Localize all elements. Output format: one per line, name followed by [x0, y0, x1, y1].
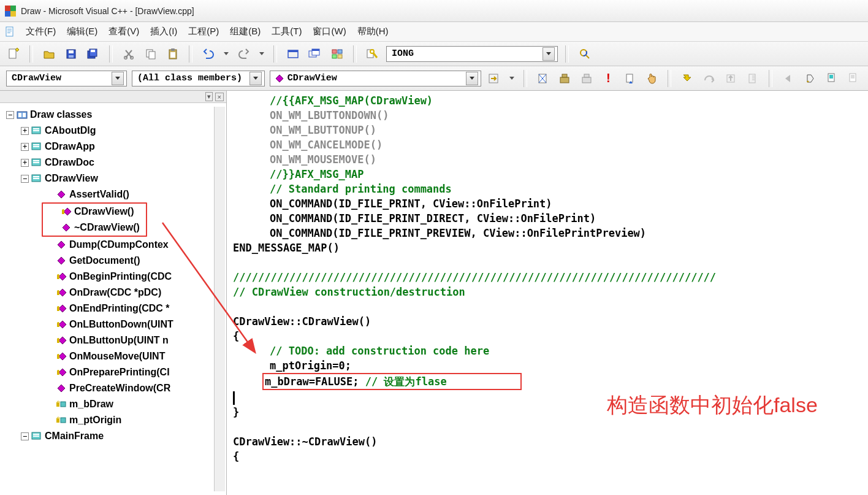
- method-icon: [56, 383, 67, 393]
- collapse-icon[interactable]: −: [21, 432, 29, 440]
- collapse-icon[interactable]: −: [21, 175, 29, 183]
- class-tree[interactable]: − Draw classes + CAboutDlg + CDrawApp + …: [0, 103, 226, 495]
- step-into-button[interactable]: [679, 70, 696, 87]
- run-to-cursor-button[interactable]: [744, 70, 761, 87]
- function-combo[interactable]: CDrawView: [270, 71, 481, 86]
- menubar: 文件(F) 编辑(E) 查看(V) 插入(I) 工程(P) 组建(B) 工具(T…: [0, 22, 868, 42]
- menu-file[interactable]: 文件(F): [21, 23, 61, 40]
- tree-class-caboutdlg[interactable]: + CAboutDlg: [2, 123, 214, 139]
- expand-icon[interactable]: +: [21, 127, 29, 135]
- tree-member-ctor[interactable]: CDrawView(): [47, 204, 143, 220]
- redo-dropdown[interactable]: [257, 45, 266, 63]
- redo-button[interactable]: [235, 45, 253, 63]
- search-button[interactable]: [576, 45, 593, 63]
- classview-panel: ▾ × − Draw classes + CAboutDlg + CDrawAp…: [0, 91, 227, 495]
- stop-build-button[interactable]: [578, 70, 595, 87]
- svg-rect-79: [61, 402, 66, 407]
- build-button[interactable]: [556, 70, 573, 87]
- tree-class-cdrawview[interactable]: − CDrawView: [2, 171, 214, 186]
- menu-window[interactable]: 窗口(W): [308, 23, 351, 40]
- tree-member[interactable]: OnPreparePrinting(CI: [2, 364, 214, 380]
- execute-button[interactable]: !: [600, 70, 617, 87]
- method-icon: [61, 223, 72, 232]
- tree-member[interactable]: OnBeginPrinting(CDC: [2, 269, 214, 285]
- menu-tools[interactable]: 工具(T): [267, 23, 306, 40]
- members-combo[interactable]: (All class members): [132, 71, 265, 86]
- compile-button[interactable]: [535, 70, 552, 87]
- paste-button[interactable]: [164, 45, 181, 63]
- open-button[interactable]: [40, 45, 58, 63]
- tree-class-cmainframe[interactable]: − CMainFrame: [2, 428, 214, 444]
- code-editor[interactable]: //{{AFX_MSG_MAP(CDrawView) ON_WM_LBUTTON…: [227, 91, 868, 495]
- nav-fwd-button[interactable]: [801, 70, 818, 87]
- tree-scrollbar[interactable]: [214, 107, 225, 491]
- svg-rect-39: [582, 77, 591, 83]
- chevron-down-icon[interactable]: [542, 47, 555, 61]
- copy-button[interactable]: [142, 45, 159, 63]
- tree-class-cdrawapp[interactable]: + CDrawApp: [2, 139, 214, 155]
- code-line: // CDrawView construction/destruction: [233, 285, 868, 299]
- tree-member[interactable]: OnEndPrinting(CDC *: [2, 301, 214, 317]
- undo-button[interactable]: [200, 45, 217, 63]
- tile-button[interactable]: [329, 45, 346, 63]
- window-list-button[interactable]: [306, 45, 324, 63]
- tree-member[interactable]: OnLButtonDown(UINT: [2, 317, 214, 332]
- bookmark-toggle-button[interactable]: [823, 70, 840, 87]
- chevron-down-icon[interactable]: [112, 72, 124, 85]
- code-line: CDrawView::CDrawView(): [233, 314, 868, 329]
- class-combo[interactable]: CDrawView: [6, 71, 127, 86]
- step-out-button[interactable]: [723, 70, 740, 87]
- breakpoint-hand-icon[interactable]: [644, 70, 661, 87]
- tree-member[interactable]: OnMouseMove(UINT: [2, 348, 214, 364]
- chevron-down-icon[interactable]: [249, 72, 262, 85]
- new-text-file-button[interactable]: [5, 45, 22, 63]
- undo-dropdown[interactable]: [222, 45, 230, 63]
- menu-insert[interactable]: 插入(I): [145, 23, 182, 40]
- svg-rect-56: [33, 146, 39, 147]
- expand-icon[interactable]: +: [21, 159, 29, 167]
- code-line: // Standard printing commands: [233, 182, 868, 196]
- tree-member-var[interactable]: m_ptOrigin: [2, 412, 214, 428]
- menu-project[interactable]: 工程(P): [183, 23, 224, 40]
- bookmark-list-button[interactable]: [845, 70, 862, 87]
- menu-edit[interactable]: 编辑(E): [62, 23, 102, 40]
- goto-dropdown[interactable]: [508, 70, 516, 87]
- tree-class-cdrawdoc[interactable]: + CDrawDoc: [2, 155, 214, 171]
- save-all-button[interactable]: [85, 45, 102, 63]
- svg-rect-59: [33, 162, 39, 163]
- code-line: ON_WM_LBUTTONUP(): [233, 123, 868, 137]
- find-in-files-button[interactable]: [364, 45, 381, 63]
- panel-dropdown-icon[interactable]: ▾: [205, 92, 213, 101]
- menu-help[interactable]: 帮助(H): [352, 23, 394, 40]
- svg-rect-3: [10, 11, 16, 17]
- protected-method-icon: [56, 320, 67, 329]
- tree-member[interactable]: Dump(CDumpContex: [2, 237, 214, 253]
- tree-member[interactable]: GetDocument(): [2, 253, 214, 269]
- cut-button[interactable]: [120, 45, 137, 63]
- svg-rect-21: [170, 52, 175, 58]
- menu-build[interactable]: 组建(B): [225, 23, 265, 40]
- tree-member[interactable]: OnLButtonUp(UINT n: [2, 332, 214, 348]
- goto-button[interactable]: [486, 70, 503, 87]
- svg-rect-58: [33, 160, 39, 161]
- go-button[interactable]: [622, 70, 639, 87]
- svg-rect-80: [56, 402, 59, 407]
- tree-member[interactable]: OnDraw(CDC *pDC): [2, 285, 214, 301]
- tree-member[interactable]: AssertValid(): [2, 186, 214, 202]
- step-over-button[interactable]: [701, 70, 718, 87]
- panel-close-icon[interactable]: ×: [215, 93, 224, 101]
- tree-member-var[interactable]: m_bDraw: [2, 396, 214, 412]
- expand-icon[interactable]: +: [21, 143, 29, 151]
- workspace-button[interactable]: [284, 45, 302, 63]
- svg-rect-1: [10, 6, 16, 11]
- tree-member[interactable]: PreCreateWindow(CR: [2, 380, 214, 396]
- menu-view[interactable]: 查看(V): [104, 23, 144, 40]
- save-button[interactable]: [63, 45, 80, 63]
- chevron-down-icon[interactable]: [466, 72, 478, 85]
- tree-member-dtor[interactable]: ~CDrawView(): [47, 220, 143, 236]
- tree-root[interactable]: − Draw classes: [2, 107, 214, 123]
- svg-rect-74: [57, 339, 59, 343]
- collapse-icon[interactable]: −: [6, 111, 14, 119]
- nav-back-button[interactable]: [780, 70, 797, 87]
- search-combo[interactable]: IONG: [386, 46, 558, 62]
